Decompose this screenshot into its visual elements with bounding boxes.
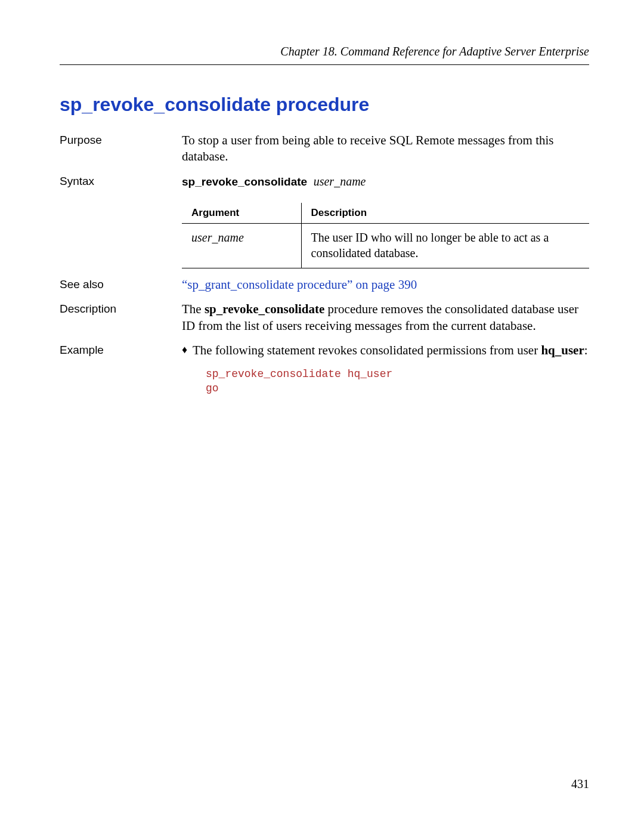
syntax-command: sp_revoke_consolidate bbox=[182, 175, 307, 188]
example-text: The following statement revokes consolid… bbox=[193, 342, 589, 359]
section-see-also: See also “sp_grant_consolidate procedure… bbox=[60, 277, 589, 293]
table-cell-arg: user_name bbox=[182, 223, 301, 268]
example-bold: hq_user bbox=[541, 343, 584, 357]
description-bold: sp_revoke_consolidate bbox=[205, 302, 324, 316]
label-example: Example bbox=[60, 342, 182, 357]
label-purpose: Purpose bbox=[60, 132, 182, 147]
table-header-argument: Argument bbox=[182, 203, 301, 224]
label-description: Description bbox=[60, 301, 182, 316]
code-block: sp_revoke_consolidate hq_user go bbox=[206, 367, 589, 396]
chapter-header: Chapter 18. Command Reference for Adapti… bbox=[60, 45, 589, 58]
text-description: The sp_revoke_consolidate procedure remo… bbox=[182, 301, 589, 334]
section-example: Example ♦ The following statement revoke… bbox=[60, 342, 589, 396]
table-cell-desc: The user ID who will no longer be able t… bbox=[301, 223, 589, 268]
label-syntax: Syntax bbox=[60, 174, 182, 188]
label-see-also: See also bbox=[60, 277, 182, 291]
header-rule bbox=[60, 64, 589, 65]
see-also-link[interactable]: “sp_grant_consolidate procedure” on page… bbox=[182, 277, 417, 292]
table-row: user_name The user ID who will no longer… bbox=[182, 223, 589, 268]
page-title: sp_revoke_consolidate procedure bbox=[60, 94, 589, 116]
bullet-icon: ♦ bbox=[182, 342, 193, 357]
section-purpose: Purpose To stop a user from being able t… bbox=[60, 132, 589, 165]
section-description: Description The sp_revoke_consolidate pr… bbox=[60, 301, 589, 334]
argument-table: Argument Description user_name The user … bbox=[182, 203, 589, 268]
text-purpose: To stop a user from being able to receiv… bbox=[182, 132, 589, 165]
table-header-description: Description bbox=[301, 203, 589, 224]
syntax-arg: user_name bbox=[314, 175, 366, 188]
section-syntax: Syntax sp_revoke_consolidate user_name A… bbox=[60, 174, 589, 268]
page-number: 431 bbox=[571, 777, 589, 791]
